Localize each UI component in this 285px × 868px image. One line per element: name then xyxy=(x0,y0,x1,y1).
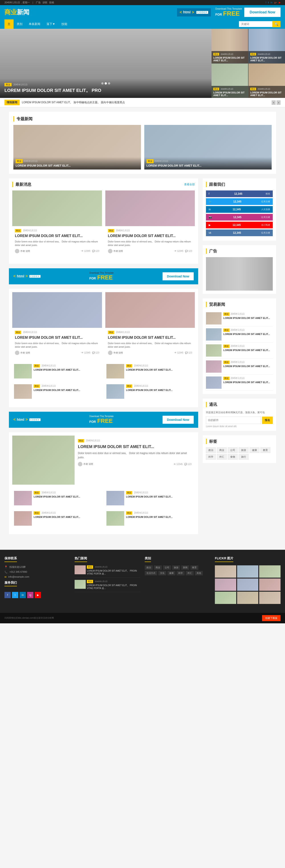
sidebar-ad-section: 广告 xyxy=(203,245,276,294)
small-news-item-2[interactable]: 商业 2045年1月1日 LOREM IPSUM DOLOR SIT AMET … xyxy=(105,362,195,380)
footer-cat-4[interactable]: 旅游 xyxy=(172,565,180,570)
footer-cat-11[interactable]: 外汇 xyxy=(186,571,194,576)
flickr-grid xyxy=(215,565,281,604)
tag-forex[interactable]: 外汇 xyxy=(217,454,227,460)
flickr-img-3[interactable] xyxy=(259,565,281,578)
small-news2-item-4[interactable]: 商业 2045年1月1日 LOREM IPSUM DOLOR SIT AMET … xyxy=(105,509,195,527)
top-nav-ad[interactable]: 广告 xyxy=(36,1,41,4)
author-name-4: 作者 说明 xyxy=(113,351,123,354)
small-news-item-3[interactable]: 商业 2045年1月1日 LOREM IPSUM DOLOR SIT AMET … xyxy=(12,382,102,401)
html-codex-badge: < html > CODEX xyxy=(177,8,211,17)
search-input[interactable] xyxy=(239,21,272,27)
footer-cat-6[interactable]: 教育 xyxy=(190,565,199,570)
tag-education[interactable]: 教育 xyxy=(260,447,270,453)
tag-travel[interactable]: 旅游 xyxy=(239,447,248,453)
tag-company[interactable]: 公司 xyxy=(228,447,238,453)
flickr-img-8[interactable] xyxy=(237,592,258,604)
top-nav-submit[interactable]: 投稿 xyxy=(49,1,54,4)
small-news-item-1[interactable]: 商业 2045年1月1日 LOREM IPSUM DOLOR SIT AMET … xyxy=(12,362,102,380)
create-download-button[interactable]: 创建下载版 xyxy=(262,615,281,621)
search-button[interactable]: 🔍 xyxy=(272,21,281,27)
social-instagram-item[interactable]: 📷 12,345 位关注者 xyxy=(206,214,273,221)
footer-cat-9[interactable]: 健康 xyxy=(168,571,175,576)
nav-item-dropdown[interactable]: 落下▼ xyxy=(43,20,58,29)
footer-facebook-icon[interactable]: f xyxy=(4,592,11,598)
site-logo[interactable]: 商业新闻 xyxy=(4,8,29,17)
small-news2-item-1[interactable]: 商业 2045年1月1日 LOREM IPSUM DOLOR SIT AMET … xyxy=(12,489,102,507)
social-linkedin-item[interactable]: in 12,345 人次连接 xyxy=(206,206,273,213)
footer-cat-10[interactable]: 科学 xyxy=(177,571,185,576)
footer-linkedin-icon[interactable]: in xyxy=(20,592,26,598)
trade-item-5[interactable]: 商业2045年1月1日 LOREM IPSUM DOLOR SIT AMET E… xyxy=(206,375,273,391)
news-card-1[interactable]: 商业 2045年1月1日 LOREM IPSUM DOLOR SIT AMET … xyxy=(12,190,102,256)
flickr-img-7[interactable] xyxy=(215,592,236,604)
hero-thumb-4[interactable]: 商业 2045年1月1日 LOREM IPSUM DOLOR SIT AMET … xyxy=(248,64,285,98)
tag-business[interactable]: 商业 xyxy=(217,447,227,453)
footer-cat-5[interactable]: 新闻 xyxy=(181,565,189,570)
footer-news-img-2 xyxy=(75,580,86,589)
footer-instagram-icon[interactable]: ig xyxy=(27,592,33,598)
footer-cat-3[interactable]: 公司 xyxy=(163,565,171,570)
flickr-img-4[interactable] xyxy=(215,579,236,591)
flickr-img-9[interactable] xyxy=(259,592,281,604)
footer-cat-12[interactable]: 其他 xyxy=(195,571,203,576)
nav-item-categories[interactable]: 类别 xyxy=(13,20,26,29)
social-vk-item[interactable]: vk 12,345 位关注者 xyxy=(206,229,273,236)
footer-cat-2[interactable]: 商业 xyxy=(154,565,162,570)
footer-cat-8[interactable]: 文化 xyxy=(158,571,166,576)
social-youtube-item[interactable]: ▶ 12,345 名订阅者 xyxy=(206,222,273,228)
flickr-img-6[interactable] xyxy=(259,579,281,591)
breaking-prev-button[interactable]: ‹ xyxy=(272,100,276,105)
sidebar-ad-image[interactable] xyxy=(206,257,273,290)
newsletter-email-input[interactable] xyxy=(206,416,261,424)
footer-news-item-1[interactable]: 商业 2045年1月1日 LOREM IPSUM DOLOR SIT AMET … xyxy=(75,565,140,578)
footer-twitter-icon[interactable]: t xyxy=(12,592,18,598)
nav-item-single[interactable]: 单条新闻 xyxy=(26,20,43,29)
flickr-img-5[interactable] xyxy=(237,579,258,591)
social-twitter-item[interactable]: 🐦 12,345 位关注者 xyxy=(206,198,273,205)
trade-item-2[interactable]: 商业2045年1月1日 LOREM IPSUM DOLOR SIT AMET E… xyxy=(206,327,273,343)
flickr-img-2[interactable] xyxy=(237,565,258,578)
featured-item-1[interactable]: 商业 2045年1月1日 LOREM IPSUM DOLOR SIT AMET … xyxy=(13,125,141,169)
tag-politics[interactable]: 政治 xyxy=(206,447,216,453)
social-youtube-icon[interactable]: ▶ xyxy=(279,1,281,4)
nav-item-skills[interactable]: 技能 xyxy=(58,20,70,29)
tag-food[interactable]: 食物 xyxy=(228,454,238,460)
hero-thumb-2[interactable]: 商业 2045年1月1日 LOREM IPSUM DOLOR SIT AMET … xyxy=(248,29,285,63)
tag-science[interactable]: 科学 xyxy=(206,454,216,460)
small-news2-item-3[interactable]: 商业 2045年1月1日 LOREM IPSUM DOLOR SIT AMET … xyxy=(12,509,102,527)
news-card-2[interactable]: 商业 2045年1月1日 LOREM IPSUM DOLOR SIT AMET … xyxy=(105,190,195,256)
featured-item-2[interactable]: 商业 2045年1月1日 LOREM IPSUM DOLOR SIT AMET … xyxy=(144,125,272,169)
ad-download-button-2[interactable]: Download Now xyxy=(163,416,194,424)
nav-item-home[interactable]: 主 xyxy=(4,20,13,29)
social-twitter-icon[interactable]: t xyxy=(268,1,269,4)
footer-news-item-2[interactable]: 商业 2045年1月1日 LOREM IPSUM DOLOR SIT AMET … xyxy=(75,580,140,592)
header-download-button[interactable]: Download Now xyxy=(244,8,281,17)
trade-item-1[interactable]: 商业2045年1月1日 LOREM IPSUM DOLOR SIT AMET E… xyxy=(206,310,273,327)
small-news-item-4[interactable]: 商业 2045年1月1日 LOREM IPSUM DOLOR SIT AMET … xyxy=(105,382,195,401)
trade-item-3[interactable]: 商业2045年1月1日 LOREM IPSUM DOLOR SIT AMET E… xyxy=(206,343,273,359)
tag-health[interactable]: 健康 xyxy=(250,447,259,453)
view-all-button[interactable]: 查看全部 xyxy=(184,183,195,186)
hero-thumb-3[interactable]: 商业 2045年1月1日 LOREM IPSUM DOLOR SIT AMET … xyxy=(212,64,248,98)
footer-cat-1[interactable]: 政治 xyxy=(145,565,153,570)
social-facebook-item[interactable]: f 12,345 粉丝 xyxy=(206,190,273,197)
social-googleplus-icon[interactable]: g+ xyxy=(274,1,277,4)
newsletter-signup-button[interactable]: 报名 xyxy=(262,416,273,424)
small-news2-item-2[interactable]: 商业 2045年1月1日 LOREM IPSUM DOLOR SIT AMET … xyxy=(105,489,195,507)
trade-item-4[interactable]: 商业2045年1月1日 LOREM IPSUM DOLOR SIT AMET E… xyxy=(206,359,273,375)
breaking-next-button[interactable]: › xyxy=(277,100,281,105)
newsletter-disclaimer: Lorem Ipsum dolor sit amet elit. xyxy=(206,425,273,428)
news-card-3[interactable]: 商业 2045年1月1日 LOREM IPSUM DOLOR SIT AMET … xyxy=(12,292,102,358)
social-facebook-icon[interactable]: f xyxy=(265,1,266,4)
big-news-item[interactable]: 商业 2045年1月1日 LOREM IPSUM DOLOR SIT AMET … xyxy=(12,436,195,485)
ad-download-button-1[interactable]: Download Now xyxy=(163,272,194,280)
footer-youtube-icon[interactable]: ▶ xyxy=(35,592,41,598)
flickr-img-1[interactable] xyxy=(215,565,236,578)
footer-cat-7[interactable]: 生活方式 xyxy=(145,571,157,576)
hero-thumb-1[interactable]: 商业 2045年1月1日 LOREM IPSUM DOLOR SIT AMET … xyxy=(212,29,248,63)
tag-journey[interactable]: 旅行 xyxy=(239,454,248,460)
social-linkedin-icon[interactable]: in xyxy=(271,1,273,4)
news-card-4[interactable]: 商业 2045年1月1日 LOREM IPSUM DOLOR SIT AMET … xyxy=(105,292,195,358)
top-nav-contact[interactable]: 训联 xyxy=(42,1,47,4)
